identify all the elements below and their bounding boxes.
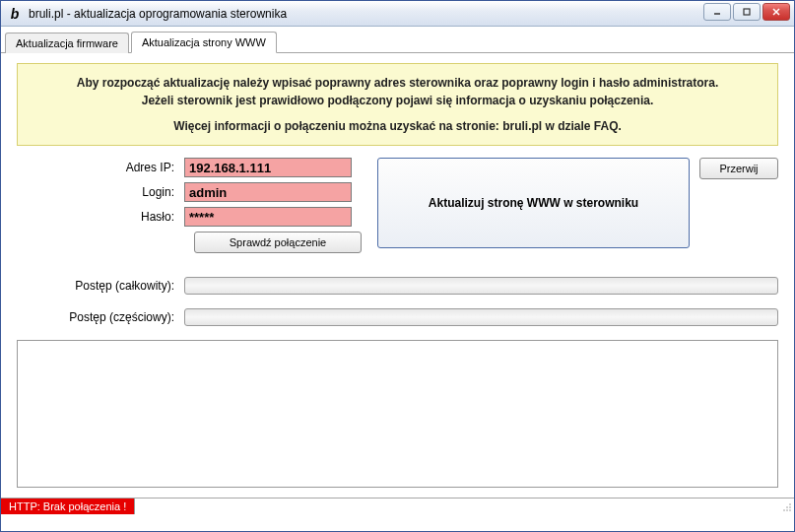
progress-partial-label: Postęp (częściowy): xyxy=(17,310,184,324)
instructions-line: Więcej informacji o połączeniu można uzy… xyxy=(32,117,763,135)
svg-point-8 xyxy=(786,506,788,508)
ip-label: Adres IP: xyxy=(17,161,184,174)
instructions-panel: Aby rozpocząć aktualizację należy wpisać… xyxy=(17,63,778,146)
resize-grip-icon[interactable] xyxy=(776,499,794,514)
tab-strip: Aktualizacja firmware Aktualizacja stron… xyxy=(1,27,794,53)
close-button[interactable] xyxy=(762,3,790,21)
check-connection-button[interactable]: Sprawdź połączenie xyxy=(194,232,362,253)
log-output xyxy=(17,340,778,488)
svg-point-4 xyxy=(789,509,791,511)
status-http: HTTP: Brak połączenia ! xyxy=(1,499,135,514)
progress-total-label: Postęp (całkowity): xyxy=(17,279,184,293)
ip-input[interactable] xyxy=(184,158,352,177)
status-bar: HTTP: Brak połączenia ! xyxy=(1,498,794,514)
app-icon: b xyxy=(7,6,23,22)
minimize-button[interactable] xyxy=(703,3,731,21)
svg-point-6 xyxy=(789,506,791,508)
svg-point-9 xyxy=(789,503,791,505)
svg-point-5 xyxy=(786,509,788,511)
login-label: Login: xyxy=(17,185,184,199)
tab-firmware[interactable]: Aktualizacja firmware xyxy=(5,33,129,53)
tab-www[interactable]: Aktualizacja strony WWW xyxy=(131,32,277,53)
window-controls xyxy=(703,3,790,21)
svg-rect-1 xyxy=(744,9,750,15)
cancel-button[interactable]: Przerwij xyxy=(699,158,778,179)
window-titlebar: b bruli.pl - aktualizacja oprogramowania… xyxy=(1,1,794,27)
progress-partial-bar xyxy=(184,308,778,326)
status-empty xyxy=(135,499,776,514)
update-www-button[interactable]: Aktualizuj stronę WWW w sterowniku xyxy=(377,158,690,248)
window-title: bruli.pl - aktualizacja oprogramowania s… xyxy=(29,7,287,21)
password-label: Hasło: xyxy=(17,210,184,224)
login-input[interactable] xyxy=(184,182,352,202)
progress-total-bar xyxy=(184,277,778,295)
svg-point-7 xyxy=(783,509,785,511)
maximize-button[interactable] xyxy=(733,3,761,21)
password-input[interactable] xyxy=(184,207,352,227)
instructions-line: Aby rozpocząć aktualizację należy wpisać… xyxy=(32,74,763,92)
instructions-line: Jeżeli sterownik jest prawidłowo podłącz… xyxy=(32,92,763,109)
